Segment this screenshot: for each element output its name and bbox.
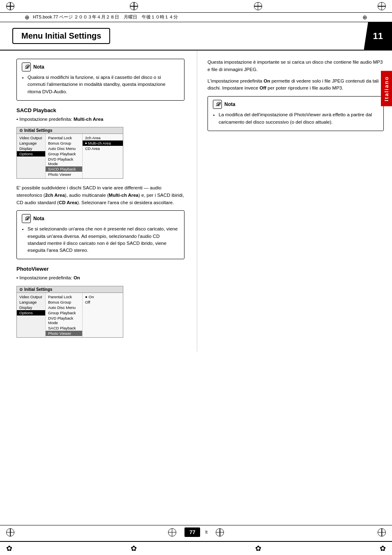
top-right-reg-mark — [378, 2, 386, 10]
photo-left-item-3: Display — [17, 305, 45, 310]
sacd-mid-item-2: Bonus Group — [46, 140, 82, 146]
sacd-mid-item-7: Photo Viewer — [46, 172, 82, 177]
top-info-bar: ⊕ HTS.book 77 ページ ２００３年４月２８日 月曜日 午後１０時１４… — [0, 13, 392, 22]
main-content: 𝒟 Nota Qualora si modifichi la funzione,… — [0, 51, 392, 352]
note-content-2: Se si selezionando un'area che non è pre… — [22, 226, 179, 254]
photo-menu-mockup: ⊙ Initial Settings Video Output Language… — [16, 286, 123, 338]
sacd-right-item-1: 2ch Area — [83, 135, 123, 140]
photo-mid-item-1: Parental Lock — [46, 294, 82, 299]
photo-menu-icon: ⊙ — [19, 287, 23, 292]
note-header-2: 𝒟 Nota — [22, 214, 179, 223]
sacd-heading: SACD Playback — [16, 107, 184, 113]
sacd-menu-title: ⊙ Initial Settings — [17, 127, 123, 134]
sacd-right-item-3: CD Area — [83, 146, 123, 151]
note-box-2: 𝒟 Nota Se si selezionando un'area che no… — [16, 210, 184, 259]
sacd-menu-col-right: 2ch Area Multi-ch Area CD Area — [83, 134, 123, 178]
bottom-flower-left: ✿ — [6, 544, 12, 553]
note-content-1: Qualora si modifichi la funzione, si apr… — [22, 74, 179, 95]
sacd-menu-icon: ⊙ — [19, 128, 23, 133]
top-left-reg-mark — [6, 2, 14, 10]
page-title: Menu Initial Settings — [12, 28, 110, 44]
photo-mid-item-3: Auto Disc Menu — [46, 305, 82, 310]
note2-item1: Se si selezionando un'area che non è pre… — [28, 226, 179, 254]
crosshair-left: ⊕ — [25, 14, 30, 21]
page-lang: It — [205, 530, 208, 534]
bottom-center-left-reg — [168, 528, 176, 537]
bottom-reg-row: 77 It — [0, 525, 392, 539]
right-column: Questa impostazione è importante se si c… — [197, 51, 392, 352]
right-bold-on: On — [263, 78, 270, 83]
top-registration-row — [0, 0, 392, 13]
bottom-section: 77 It ✿ ✿ ✿ ✿ — [0, 517, 392, 555]
sacd-menu-col-left: Video Output Language Display Options — [17, 134, 46, 178]
note-label-2: Nota — [33, 216, 44, 221]
photo-menu-title: ⊙ Initial Settings — [17, 286, 123, 293]
sacd-menu-col-mid: Parental Lock Bonus Group Auto Disc Menu… — [46, 134, 83, 178]
sacd-bold2: Multi-ch Area — [109, 193, 138, 198]
very-bottom-row: ✿ ✿ ✿ ✿ — [0, 542, 392, 555]
sacd-menu-body: Video Output Language Display Options Pa… — [17, 134, 123, 178]
sacd-mid-item-4: Group Playback — [46, 151, 82, 157]
note-box-1: 𝒟 Nota Qualora si modifichi la funzione,… — [16, 59, 184, 101]
top-bar-text: HTS.book 77 ページ ２００３年４月２８日 月曜日 午後１０時１４分 — [33, 14, 178, 20]
note-icon-right: 𝒟 — [213, 100, 222, 109]
top-center-right-reg-mark — [254, 2, 262, 10]
note-box-right: 𝒟 Nota La modifica del dell'impostazione… — [208, 96, 384, 131]
sacd-body-text: E' possibile suddividere i dischi SACD i… — [16, 184, 184, 206]
photo-mid-item-4: Group Playback — [46, 310, 82, 315]
crosshair-right: ⊕ — [362, 14, 367, 21]
note-header-right: 𝒟 Nota — [213, 100, 378, 109]
sacd-left-item-1: Video Output — [17, 135, 45, 140]
page-number-box: 77 — [184, 527, 200, 537]
note-label-1: Nota — [33, 64, 44, 70]
photo-subtext: • Impostazione predefinita: On — [16, 274, 184, 281]
sacd-right-item-2-active: Multi-ch Area — [83, 140, 123, 146]
sacd-mid-item-1: Parental Lock — [46, 135, 82, 140]
photo-menu-col-right: ● On Off — [83, 293, 123, 337]
photo-mid-item-6: SACD Playback — [46, 325, 82, 331]
sacd-mid-item-5: DVD Playback Mode — [46, 157, 82, 166]
photo-mid-item-2: Bonus Group — [46, 299, 82, 305]
sacd-menu-mockup: ⊙ Initial Settings Video Output Language… — [16, 127, 123, 179]
sacd-left-item-3: Display — [17, 146, 45, 151]
note1-item1: Qualora si modifichi la funzione, si apr… — [28, 74, 179, 95]
chapter-number: 11 — [364, 22, 392, 50]
photo-mid-item-7-highlighted: Photo Viewer — [46, 331, 82, 336]
bottom-right-reg — [378, 528, 386, 537]
sacd-mid-item-6-highlighted: SACD Playback — [46, 166, 82, 172]
bottom-flower-center-left: ✿ — [131, 544, 137, 553]
bottom-flower-right: ✿ — [380, 544, 386, 553]
sacd-left-item-4-selected: Options — [17, 151, 45, 157]
photo-right-item-2: Off — [83, 299, 123, 305]
photo-right-item-1-active: ● On — [83, 294, 123, 299]
photo-menu-col-left: Video Output Language Display Options — [17, 293, 46, 337]
bottom-left-reg — [6, 528, 14, 537]
title-area: Menu Initial Settings — [0, 22, 364, 50]
sacd-left-item-2: Language — [17, 140, 45, 146]
note-icon-1: 𝒟 — [22, 62, 31, 71]
bottom-center-area: 77 It — [168, 527, 224, 537]
photo-mid-item-5: DVD Playback Mode — [46, 315, 82, 325]
photo-left-item-1: Video Output — [17, 294, 45, 299]
page-number-area: 77 It — [184, 527, 208, 537]
sacd-bold3: CD Area — [59, 200, 77, 205]
note-header-1: 𝒟 Nota — [22, 62, 179, 71]
top-center-left-reg-mark — [130, 2, 138, 10]
left-column: 𝒟 Nota Qualora si modifichi la funzione,… — [0, 51, 197, 352]
italiano-sidebar: Italiano — [381, 71, 392, 106]
photo-left-item-4-selected: Options — [17, 310, 45, 315]
bottom-center-right-reg — [216, 528, 224, 537]
right-bold-off: Off — [260, 85, 267, 90]
note-content-right: La modifica del dell'impostazione di Pho… — [213, 111, 378, 126]
photo-menu-body: Video Output Language Display Options Pa… — [17, 293, 123, 337]
photo-default-value: On — [74, 275, 80, 280]
sacd-default-value: Multi-ch Area — [74, 117, 103, 122]
sacd-bold1: 2ch Area — [45, 193, 65, 198]
sacd-mid-item-3: Auto Disc Menu — [46, 146, 82, 151]
note-label-right: Nota — [224, 101, 235, 107]
right-intro-text: Questa impostazione è importante se si c… — [208, 59, 384, 74]
bottom-flower-center-right: ✿ — [255, 544, 261, 553]
photo-menu-col-mid: Parental Lock Bonus Group Auto Disc Menu… — [46, 293, 83, 337]
note-icon-2: 𝒟 — [22, 214, 31, 223]
photo-left-item-2: Language — [17, 299, 45, 305]
